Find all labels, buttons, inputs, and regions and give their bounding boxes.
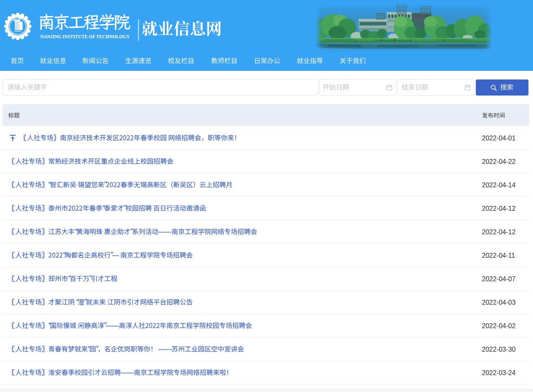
svg-text:2022-04-22: 2022-04-22 [482,158,516,165]
svg-text:2022-04-01: 2022-04-01 [482,135,516,142]
svg-text:2022-04-03: 2022-04-03 [482,299,516,306]
svg-text:2022-03-24: 2022-03-24 [482,369,516,376]
svg-text:2022-04-07: 2022-04-07 [482,275,516,282]
svg-text:2022-03-30: 2022-03-30 [482,346,516,353]
svg-text:2022-04-12: 2022-04-12 [482,205,516,212]
svg-text:2022-04-11: 2022-04-11 [482,252,515,259]
svg-text:NANJING INSTITUTE OF TECHNOLOG: NANJING INSTITUTE OF TECHNOLOGY [40,33,130,40]
svg-text:2022-04-12: 2022-04-12 [482,229,516,236]
svg-text:2022-04-14: 2022-04-14 [482,182,516,189]
svg-text:2022-04-02: 2022-04-02 [482,322,516,329]
